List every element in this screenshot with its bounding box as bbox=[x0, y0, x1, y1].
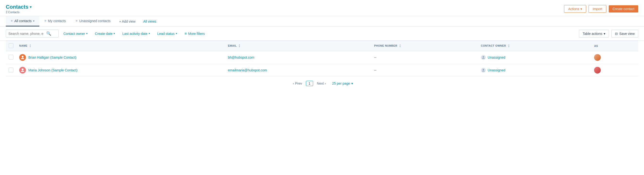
col-header-email[interactable]: EMAIL ▲▼ bbox=[225, 41, 371, 51]
svg-point-0 bbox=[22, 56, 24, 58]
phone-sort-icon: ▲▼ bbox=[399, 44, 401, 48]
col-header-contact-owner[interactable]: CONTACT OWNER ▲▼ bbox=[478, 41, 592, 51]
row2-owner-label[interactable]: Unassigned bbox=[488, 68, 506, 72]
row1-email[interactable]: bh@hubspot.com bbox=[228, 56, 254, 59]
header-checkbox-cell bbox=[6, 41, 16, 51]
next-label: Next bbox=[317, 81, 324, 85]
tab-my-contacts-label: My contacts bbox=[48, 19, 66, 23]
save-view-button[interactable]: ⊟ Save view bbox=[611, 30, 638, 38]
title-chevron-icon[interactable]: ▾ bbox=[30, 5, 32, 9]
row2-avatar bbox=[19, 67, 26, 74]
contacts-table: NAME ▲▼ EMAIL ▲▼ PHONE NUMBER ▲▼ bbox=[6, 41, 638, 77]
last-activity-chevron-icon: ▾ bbox=[149, 32, 150, 35]
lead-status-filter[interactable]: Lead status ▾ bbox=[155, 30, 180, 37]
page-title: Contacts bbox=[6, 4, 28, 10]
my-contacts-pin-icon: ✳ bbox=[44, 19, 46, 23]
add-view-tab[interactable]: + Add view bbox=[115, 17, 139, 26]
table-actions-button[interactable]: Table actions ▾ bbox=[579, 30, 609, 38]
next-chevron-icon: › bbox=[325, 81, 326, 85]
actions-button[interactable]: Actions ▾ bbox=[564, 5, 586, 13]
save-view-label: Save view bbox=[619, 32, 635, 36]
search-box: 🔍 bbox=[6, 30, 58, 38]
row2-assigned-cell bbox=[591, 64, 638, 77]
lead-status-chevron-icon: ▾ bbox=[176, 32, 177, 35]
select-all-checkbox[interactable] bbox=[9, 43, 14, 48]
next-button[interactable]: Next › bbox=[315, 81, 328, 86]
row1-checkbox-cell bbox=[6, 51, 16, 64]
table-row: Brian Halligan (Sample Contact) bh@hubsp… bbox=[6, 51, 638, 64]
pagination-controls: ‹ Prev 1 Next › bbox=[291, 81, 328, 86]
create-contact-button[interactable]: Create contact bbox=[609, 5, 638, 13]
row1-user-icon bbox=[481, 55, 486, 60]
actions-chevron-icon: ▾ bbox=[580, 7, 582, 11]
more-filters-button[interactable]: ≡ More filters bbox=[182, 30, 207, 38]
tab-my-contacts[interactable]: ✳ My contacts bbox=[40, 16, 71, 27]
pagination-bar: ‹ Prev 1 Next › 25 per page ▾ bbox=[0, 77, 644, 90]
tab-unassigned-contacts-label: Unassigned contacts bbox=[79, 19, 110, 23]
import-button[interactable]: Import bbox=[588, 5, 606, 13]
row2-checkbox[interactable] bbox=[9, 68, 14, 72]
tab-all-contacts-chevron: ▾ bbox=[33, 20, 34, 23]
row2-name-cell: Maria Johnson (Sample Contact) bbox=[16, 64, 225, 77]
header-left: Contacts ▾ 2 Contacts bbox=[6, 4, 32, 14]
last-activity-date-label: Last activity date bbox=[122, 32, 147, 36]
page-header: Contacts ▾ 2 Contacts Actions ▾ Import C… bbox=[0, 0, 644, 16]
tab-all-contacts-label: All contacts bbox=[14, 19, 32, 23]
table-header-row: NAME ▲▼ EMAIL ▲▼ PHONE NUMBER ▲▼ bbox=[6, 41, 638, 51]
row1-owner-cell: Unassigned bbox=[478, 51, 592, 64]
tab-all-contacts[interactable]: ✳ All contacts ▾ bbox=[6, 16, 40, 27]
row1-assigned-cell bbox=[591, 51, 638, 64]
table-actions-label: Table actions bbox=[582, 32, 602, 36]
contact-owner-label: Contact owner bbox=[64, 32, 85, 36]
create-date-filter[interactable]: Create date ▾ bbox=[92, 30, 118, 37]
row2-phone: -- bbox=[374, 68, 376, 72]
contact-owner-filter[interactable]: Contact owner ▾ bbox=[61, 30, 90, 37]
row1-phone: -- bbox=[374, 56, 376, 59]
per-page-selector[interactable]: 25 per page ▾ bbox=[332, 81, 353, 85]
row2-user-icon bbox=[481, 68, 486, 73]
last-activity-date-filter[interactable]: Last activity date ▾ bbox=[120, 30, 152, 37]
header-actions: Actions ▾ Import Create contact bbox=[564, 5, 638, 13]
create-date-label: Create date bbox=[95, 32, 112, 36]
row1-checkbox[interactable] bbox=[9, 55, 14, 60]
tab-unassigned-contacts[interactable]: ✳ Unassigned contacts bbox=[70, 16, 115, 27]
col-header-phone[interactable]: PHONE NUMBER ▲▼ bbox=[371, 41, 478, 51]
more-filters-icon: ≡ bbox=[184, 32, 186, 36]
search-input[interactable] bbox=[8, 32, 44, 36]
row1-email-cell: bh@hubspot.com bbox=[225, 51, 371, 64]
row2-email-cell: emailmaria@hubspot.com bbox=[225, 64, 371, 77]
prev-button[interactable]: ‹ Prev bbox=[291, 81, 304, 86]
svg-point-1 bbox=[483, 56, 484, 57]
row1-contact-name[interactable]: Brian Halligan (Sample Contact) bbox=[28, 56, 76, 59]
all-views-label: All views bbox=[143, 20, 156, 23]
create-date-chevron-icon: ▾ bbox=[114, 32, 115, 35]
row2-owner-cell: Unassigned bbox=[478, 64, 592, 77]
svg-point-2 bbox=[22, 69, 24, 70]
row1-name-cell: Brian Halligan (Sample Contact) bbox=[16, 51, 225, 64]
col-header-name[interactable]: NAME ▲▼ bbox=[16, 41, 225, 51]
lead-status-label: Lead status bbox=[157, 32, 174, 36]
row2-partial-avatar bbox=[594, 67, 601, 74]
per-page-label: 25 per page bbox=[332, 81, 350, 85]
all-views-tab[interactable]: All views bbox=[139, 17, 160, 26]
row1-partial-avatar bbox=[594, 54, 601, 61]
name-sort-icon: ▲▼ bbox=[29, 44, 31, 48]
more-filters-label: More filters bbox=[188, 32, 204, 36]
contacts-table-container: NAME ▲▼ EMAIL ▲▼ PHONE NUMBER ▲▼ bbox=[0, 41, 644, 77]
tabs-bar: ✳ All contacts ▾ ✳ My contacts ✳ Unassig… bbox=[0, 16, 644, 27]
filters-bar: 🔍 Contact owner ▾ Create date ▾ Last act… bbox=[0, 27, 644, 41]
contact-count: 2 Contacts bbox=[6, 11, 32, 14]
row1-avatar bbox=[19, 54, 26, 61]
prev-chevron-icon: ‹ bbox=[293, 81, 294, 85]
email-sort-icon: ▲▼ bbox=[238, 44, 240, 48]
row1-owner-label[interactable]: Unassigned bbox=[488, 56, 506, 59]
current-page[interactable]: 1 bbox=[306, 81, 313, 86]
save-view-icon: ⊟ bbox=[615, 32, 618, 36]
table-row: Maria Johnson (Sample Contact) emailmari… bbox=[6, 64, 638, 77]
row2-email[interactable]: emailmaria@hubspot.com bbox=[228, 68, 267, 72]
owner-sort-icon: ▲▼ bbox=[508, 44, 510, 48]
table-actions-chevron-icon: ▾ bbox=[604, 32, 605, 36]
row2-checkbox-cell bbox=[6, 64, 16, 77]
row1-phone-cell: -- bbox=[371, 51, 478, 64]
row2-contact-name[interactable]: Maria Johnson (Sample Contact) bbox=[28, 68, 78, 72]
